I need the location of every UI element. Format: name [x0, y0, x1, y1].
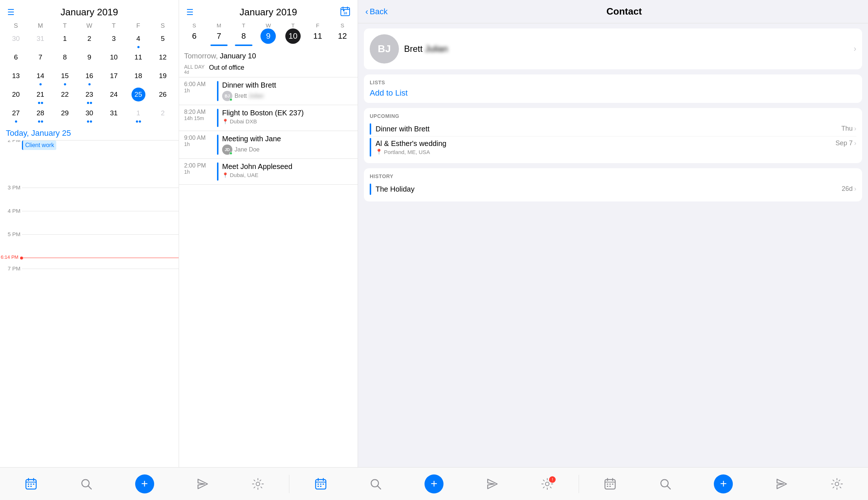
- cal-day-31[interactable]: 31: [102, 105, 126, 124]
- add-to-list-button[interactable]: Add to List: [370, 88, 856, 98]
- upcoming-item-wedding[interactable]: Al & Esther's wedding 📍 Portland, ME, US…: [370, 136, 856, 158]
- middle-menu-icon[interactable]: ☰: [186, 8, 194, 17]
- tab-calendar-2[interactable]: [315, 478, 327, 490]
- cal-day-24[interactable]: 24: [102, 87, 126, 105]
- cal-day-18[interactable]: 18: [126, 68, 151, 87]
- current-time-line: 6:14 PM: [22, 258, 179, 258]
- tab-add-2[interactable]: +: [425, 474, 443, 493]
- week-day-wed-selected[interactable]: W 9: [256, 21, 281, 48]
- svg-rect-25: [317, 486, 319, 487]
- cal-day-8[interactable]: 8: [53, 50, 77, 68]
- event-dinner-brett[interactable]: 6:00 AM 1h Dinner with Brett BJ Brett Ju…: [179, 77, 358, 105]
- contact-name: Brett Julian: [404, 44, 448, 54]
- all-day-section: ALL DAY 4d Out of office: [179, 62, 358, 77]
- week-day-mon[interactable]: M 7: [207, 21, 232, 48]
- svg-rect-24: [323, 484, 324, 485]
- cal-day-31-prev[interactable]: 31: [28, 31, 53, 50]
- tab-search-1[interactable]: [80, 478, 92, 490]
- cal-day-28[interactable]: 28: [28, 105, 53, 124]
- cal-day-25-today[interactable]: 25: [126, 87, 151, 105]
- cal-day-3[interactable]: 3: [102, 31, 126, 50]
- cal-day-29[interactable]: 29: [53, 105, 77, 124]
- cal-day-1-next[interactable]: 1: [126, 105, 151, 124]
- tab-add-1[interactable]: +: [135, 474, 154, 493]
- cal-day-9[interactable]: 9: [77, 50, 102, 68]
- tab-search-2[interactable]: [369, 478, 382, 490]
- left-panel: ☰ January 2019 S M T W T F S 30 31 1 2 3…: [0, 0, 179, 467]
- svg-point-41: [835, 482, 839, 486]
- tab-settings-1[interactable]: [252, 478, 264, 490]
- history-date-holiday: 26d ›: [842, 185, 856, 193]
- cal-day-23[interactable]: 23: [77, 87, 102, 105]
- tab-calendar-1[interactable]: [25, 478, 37, 490]
- week-day-tue[interactable]: T 8: [231, 21, 256, 48]
- tab-send-1[interactable]: [197, 478, 209, 490]
- week-day-sat[interactable]: S 12: [330, 21, 355, 48]
- event-location-2: 📍 Dubai DXB: [222, 118, 353, 124]
- event-flight-boston[interactable]: 8:20 AM 14h 15m Flight to Boston (EK 237…: [179, 105, 358, 131]
- cal-day-26[interactable]: 26: [151, 87, 175, 105]
- cal-day-2[interactable]: 2: [77, 31, 102, 50]
- tab-search-3[interactable]: [659, 478, 671, 490]
- today-section: Today, January 25: [0, 124, 179, 140]
- cal-day-19[interactable]: 19: [151, 68, 175, 87]
- tab-group-2: + !: [289, 474, 578, 493]
- middle-month-title: January 2019: [240, 7, 297, 18]
- left-menu-icon[interactable]: ☰: [7, 8, 15, 17]
- right-panel: ‹ Back Contact BJ Brett Julian › LISTS A…: [358, 0, 868, 467]
- back-button[interactable]: ‹ Back: [365, 7, 388, 17]
- cal-day-6[interactable]: 6: [4, 50, 28, 68]
- upcoming-chevron-wedding: ›: [854, 139, 856, 147]
- middle-cal-icon[interactable]: 10: [340, 6, 350, 19]
- cal-day-27[interactable]: 27: [4, 105, 28, 124]
- week-day-thu-today[interactable]: T 10: [281, 21, 305, 48]
- left-panel-header: ☰ January 2019: [0, 0, 179, 21]
- tab-send-3[interactable]: [776, 478, 788, 490]
- event-meeting-jane[interactable]: 9:00 AM 1h Meeting with Jane JD Jane Doe: [179, 131, 358, 159]
- svg-rect-26: [320, 486, 321, 487]
- cal-day-15[interactable]: 15: [53, 68, 77, 87]
- all-day-event-title[interactable]: Out of office: [209, 64, 244, 75]
- tab-calendar-3[interactable]: [604, 478, 616, 490]
- cal-day-13[interactable]: 13: [4, 68, 28, 87]
- cal-week-2: 6 7 8 9 10 11 12: [4, 50, 175, 68]
- event-time-2: 8:20 AM: [184, 109, 213, 115]
- cal-day-16[interactable]: 16: [77, 68, 102, 87]
- event-time-4: 2:00 PM: [184, 162, 213, 169]
- svg-rect-14: [30, 486, 32, 487]
- svg-rect-13: [28, 486, 29, 487]
- cal-day-30-prev[interactable]: 30: [4, 31, 28, 50]
- client-work-event[interactable]: Client work: [22, 141, 56, 150]
- contact-card[interactable]: BJ Brett Julian ›: [364, 28, 862, 69]
- week-day-fri[interactable]: F 11: [305, 21, 330, 48]
- tab-send-2[interactable]: [486, 478, 499, 490]
- cal-day-17[interactable]: 17: [102, 68, 126, 87]
- cal-day-12[interactable]: 12: [151, 50, 175, 68]
- add-icon-2[interactable]: +: [425, 474, 443, 493]
- history-section: HISTORY The Holiday 26d ›: [364, 168, 862, 201]
- cal-day-4[interactable]: 4: [126, 31, 151, 50]
- history-item-holiday[interactable]: The Holiday 26d ›: [370, 182, 856, 196]
- cal-day-30[interactable]: 30: [77, 105, 102, 124]
- add-icon-3[interactable]: +: [714, 474, 733, 493]
- today-label: Today, January 25: [6, 128, 173, 138]
- cal-day-21[interactable]: 21: [28, 87, 53, 105]
- event-bar-2: [217, 109, 218, 127]
- cal-day-10[interactable]: 10: [102, 50, 126, 68]
- person-name-3: Jane Doe: [235, 146, 260, 153]
- cal-day-1[interactable]: 1: [53, 31, 77, 50]
- tab-settings-3[interactable]: [831, 478, 843, 490]
- add-icon-1[interactable]: +: [135, 474, 154, 493]
- cal-day-11[interactable]: 11: [126, 50, 151, 68]
- cal-day-7[interactable]: 7: [28, 50, 53, 68]
- cal-day-20[interactable]: 20: [4, 87, 28, 105]
- cal-day-5[interactable]: 5: [151, 31, 175, 50]
- cal-day-22[interactable]: 22: [53, 87, 77, 105]
- cal-day-14[interactable]: 14: [28, 68, 53, 87]
- event-meet-john[interactable]: 2:00 PM 1h Meet John Appleseed 📍 Dubai, …: [179, 159, 358, 185]
- cal-day-2-next[interactable]: 2: [151, 105, 175, 124]
- tab-add-3[interactable]: +: [714, 474, 733, 493]
- week-day-sun[interactable]: S 6: [182, 21, 207, 48]
- upcoming-item-dinner[interactable]: Dinner with Brett Thu ›: [370, 122, 856, 136]
- tab-settings-2[interactable]: !: [541, 478, 553, 490]
